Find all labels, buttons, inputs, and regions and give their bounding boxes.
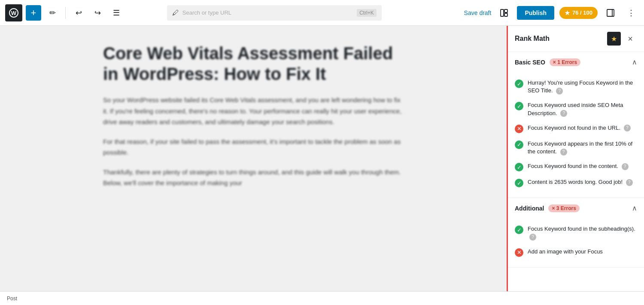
- feather-icon: 🖊: [172, 9, 179, 17]
- paragraph-3: Thankfully, there are plenty of strategi…: [103, 167, 404, 189]
- basic-seo-content: ✓ Hurray! You're using Focus Keyword in …: [508, 72, 644, 198]
- seo-item-first-10-text: Focus Keyword appears in the first 10% o…: [528, 140, 637, 156]
- search-placeholder: Search or type URL: [182, 9, 353, 16]
- basic-seo-chevron-icon: ∧: [632, 58, 637, 66]
- score-badge[interactable]: ★ 76 / 100: [559, 7, 598, 19]
- bottom-bar: Post: [0, 291, 644, 305]
- additional-item-subheading: ✓ Focus Keyword found in the subheading(…: [515, 222, 637, 244]
- paragraph-1: So your WordPress website failed its Cor…: [103, 95, 404, 128]
- seo-item-meta-desc-icon: ✓: [515, 102, 523, 110]
- redo-button[interactable]: ↪: [90, 5, 105, 21]
- sidebar-toggle-button[interactable]: [603, 5, 618, 21]
- toolbar-right: Save draft Publish ★ 76 / 100 ⋮: [464, 5, 639, 21]
- additional-chevron-icon: ∧: [632, 204, 637, 212]
- toolbar-divider-1: [65, 7, 66, 19]
- seo-item-word-count-icon: ✓: [515, 179, 523, 187]
- basic-seo-error-badge: × 1 Errors: [550, 58, 580, 66]
- editor-content: Core Web Vitals Assessment Failed in Wor…: [103, 43, 404, 189]
- help-icon-2[interactable]: ?: [560, 110, 567, 117]
- sidebar-title: Rank Math: [515, 35, 550, 43]
- help-icon-1[interactable]: ?: [556, 88, 563, 95]
- undo-button[interactable]: ↩: [71, 5, 86, 21]
- help-icon-3[interactable]: ?: [624, 125, 631, 131]
- post-title: Core Web Vitals Assessment Failed in Wor…: [103, 43, 404, 84]
- seo-item-meta-desc-text: Focus Keyword used inside SEO Meta Descr…: [528, 101, 637, 117]
- sidebar-close-button[interactable]: ×: [623, 32, 637, 46]
- seo-item-title: ✓ Hurray! You're using Focus Keyword in …: [515, 76, 637, 98]
- help-icon-6[interactable]: ?: [626, 179, 633, 186]
- additional-item-subheading-text: Focus Keyword found in the subheading(s)…: [528, 225, 637, 241]
- seo-item-first-10: ✓ Focus Keyword appears in the first 10%…: [515, 137, 637, 159]
- help-icon-4[interactable]: ?: [560, 149, 567, 156]
- rank-math-sidebar: Rank Math ★ × Basic SEO × 1 Errors ∧ ✓: [507, 26, 644, 291]
- seo-item-url: ✕ Focus Keyword not found in the URL. ?: [515, 121, 637, 137]
- bottom-bar-label: Post: [7, 296, 17, 302]
- seo-item-content-icon: ✓: [515, 163, 523, 171]
- add-block-button[interactable]: +: [26, 5, 41, 21]
- seo-item-content: ✓ Focus Keyword found in the content. ?: [515, 159, 637, 175]
- svg-rect-4: [504, 13, 507, 16]
- seo-item-title-text: Hurray! You're using Focus Keyword in th…: [528, 79, 637, 95]
- seo-item-meta-desc: ✓ Focus Keyword used inside SEO Meta Des…: [515, 98, 637, 120]
- additional-header[interactable]: Additional × 3 Errors ∧: [508, 198, 644, 218]
- details-button[interactable]: ☰: [109, 5, 124, 21]
- help-icon-5[interactable]: ?: [622, 163, 629, 170]
- svg-rect-2: [501, 9, 504, 16]
- editor-area: Core Web Vitals Assessment Failed in Wor…: [0, 26, 507, 291]
- edit-button[interactable]: ✏: [45, 5, 60, 21]
- svg-rect-5: [607, 9, 614, 16]
- basic-seo-title: Basic SEO: [515, 59, 545, 66]
- score-value: 76 / 100: [572, 9, 592, 16]
- seo-item-url-icon: ✕: [515, 125, 523, 133]
- help-icon-7[interactable]: ?: [529, 234, 536, 241]
- seo-item-content-text: Focus Keyword found in the content. ?: [528, 162, 637, 170]
- additional-item-image-icon: ✕: [515, 248, 523, 257]
- additional-content: ✓ Focus Keyword found in the subheading(…: [508, 218, 644, 267]
- sidebar-star-button[interactable]: ★: [607, 32, 621, 46]
- basic-seo-section: Basic SEO × 1 Errors ∧ ✓ Hurray! You're …: [508, 52, 644, 198]
- view-button[interactable]: [496, 5, 512, 21]
- seo-item-title-icon: ✓: [515, 79, 523, 88]
- additional-error-badge: × 3 Errors: [548, 204, 579, 212]
- additional-title: Additional: [515, 205, 544, 212]
- additional-header-left: Additional × 3 Errors: [515, 204, 580, 212]
- toolbar: W + ✏ ↩ ↪ ☰ 🖊 Search or type URL Ctrl+K …: [0, 0, 644, 26]
- seo-item-url-text: Focus Keyword not found in the URL. ?: [528, 124, 637, 132]
- seo-item-word-count: ✓ Content is 2635 words long. Good job! …: [515, 175, 637, 191]
- svg-rect-3: [504, 9, 507, 12]
- seo-item-word-count-text: Content is 2635 words long. Good job! ?: [528, 178, 637, 186]
- ctrl-k-label: Ctrl+K: [357, 9, 377, 17]
- paragraph-2: For that reason, if your site failed to …: [103, 136, 404, 158]
- additional-item-image-text: Add an image with your Focus: [528, 248, 637, 256]
- additional-section: Additional × 3 Errors ∧ ✓ Focus Keyword …: [508, 198, 644, 267]
- save-draft-button[interactable]: Save draft: [464, 9, 492, 16]
- publish-button[interactable]: Publish: [517, 6, 554, 20]
- more-options-button[interactable]: ⋮: [623, 5, 639, 21]
- sidebar-header-icons: ★ ×: [607, 32, 637, 46]
- additional-item-image: ✕ Add an image with your Focus: [515, 244, 637, 260]
- score-star-icon: ★: [565, 9, 570, 16]
- svg-text:W: W: [11, 10, 17, 16]
- search-bar[interactable]: 🖊 Search or type URL Ctrl+K: [167, 5, 382, 21]
- additional-item-subheading-icon: ✓: [515, 226, 523, 234]
- wp-logo: W: [5, 4, 22, 21]
- basic-seo-header[interactable]: Basic SEO × 1 Errors ∧: [508, 52, 644, 72]
- main-area: Core Web Vitals Assessment Failed in Wor…: [0, 26, 644, 291]
- sidebar-header: Rank Math ★ ×: [508, 26, 644, 52]
- basic-seo-header-left: Basic SEO × 1 Errors: [515, 58, 580, 66]
- seo-item-first-10-icon: ✓: [515, 140, 523, 149]
